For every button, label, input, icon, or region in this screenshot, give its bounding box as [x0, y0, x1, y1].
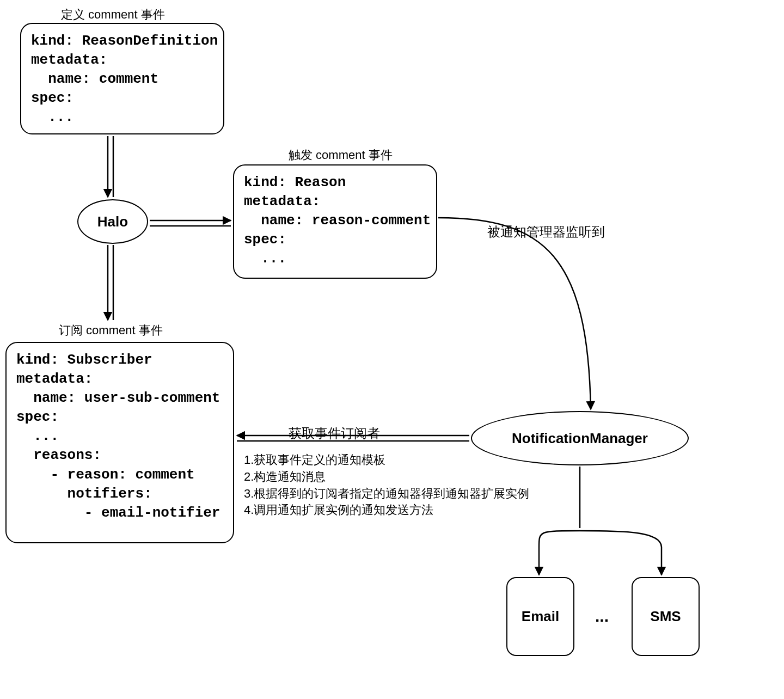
email-notifier-box: Email [506, 577, 574, 656]
steps-text: 1.获取事件定义的通知模板 2.构造通知消息 3.根据得到的订阅者指定的通知器得… [244, 452, 529, 519]
notification-manager-label: NotificationManager [512, 430, 648, 447]
get-subscribers-label: 获取事件订阅者 [289, 425, 380, 442]
sms-label: SMS [650, 608, 681, 625]
halo-node: Halo [77, 199, 148, 244]
subscriber-box: kind: Subscriber metadata: name: user-su… [5, 342, 234, 543]
trigger-box: kind: Reason metadata: name: reason-comm… [233, 164, 437, 279]
subscriber-title: 订阅 comment 事件 [59, 322, 163, 339]
halo-label: Halo [97, 213, 128, 230]
email-label: Email [522, 608, 559, 625]
trigger-code: kind: Reason metadata: name: reason-comm… [244, 173, 426, 268]
trigger-title: 触发 comment 事件 [289, 147, 393, 163]
ellipsis-label: ... [595, 607, 609, 626]
listened-label: 被通知管理器监听到 [487, 223, 605, 241]
subscriber-code: kind: Subscriber metadata: name: user-su… [16, 351, 223, 523]
diagram-canvas: 定义 comment 事件 kind: ReasonDefinition met… [0, 0, 784, 699]
definition-code: kind: ReasonDefinition metadata: name: c… [31, 32, 213, 127]
sms-notifier-box: SMS [632, 577, 700, 656]
definition-box: kind: ReasonDefinition metadata: name: c… [20, 23, 224, 134]
definition-title: 定义 comment 事件 [61, 7, 165, 23]
